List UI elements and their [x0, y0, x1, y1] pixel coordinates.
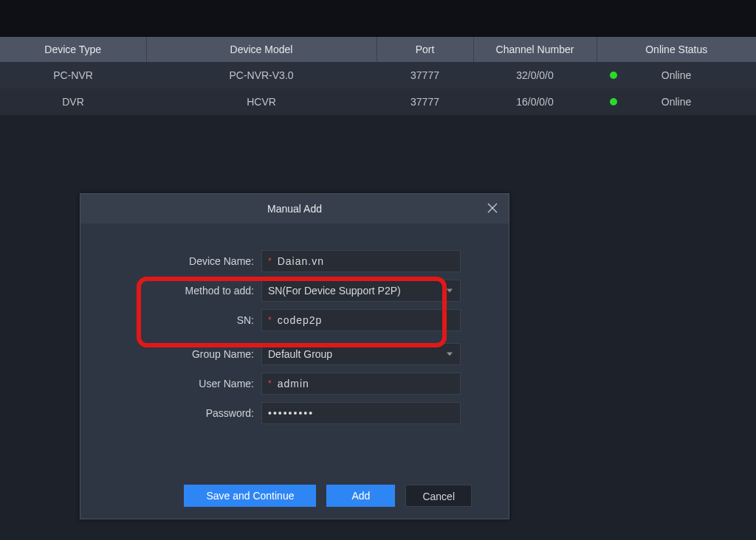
label-sn: SN: [117, 314, 261, 326]
col-port[interactable]: Port [377, 37, 473, 62]
cancel-button[interactable]: Cancel [405, 485, 472, 507]
group-name-select[interactable]: Default Group [261, 343, 461, 365]
label-user-name: User Name: [117, 378, 261, 390]
cell-port: 37777 [377, 89, 473, 115]
user-name-text[interactable] [276, 377, 460, 390]
status-text: Online [662, 69, 691, 81]
col-channel-number[interactable]: Channel Number [473, 37, 597, 62]
cell-port: 37777 [377, 62, 473, 89]
top-bar [0, 0, 756, 37]
row-device-name: Device Name: * [117, 250, 472, 272]
cell-device-type: DVR [0, 89, 146, 115]
password-text[interactable]: ••••••••• [268, 407, 314, 419]
cell-device-model: HCVR [146, 89, 377, 115]
col-device-type[interactable]: Device Type [0, 37, 146, 62]
label-device-name: Device Name: [117, 255, 261, 267]
label-method-to-add: Method to add: [117, 285, 261, 297]
row-user-name: User Name: * [117, 373, 472, 395]
status-text: Online [662, 96, 691, 108]
required-asterisk-icon: * [268, 315, 272, 325]
dialog-title: Manual Add [267, 203, 322, 215]
sn-text[interactable] [276, 314, 460, 327]
label-password: Password: [117, 407, 261, 419]
method-to-add-select[interactable]: SN(For Device Support P2P) [261, 280, 461, 302]
save-and-continue-button[interactable]: Save and Continue [184, 485, 316, 507]
col-online-status[interactable]: Online Status [597, 37, 756, 62]
cell-channel-number: 16/0/0/0 [473, 89, 597, 115]
table-row[interactable]: DVR HCVR 37777 16/0/0/0 Online [0, 89, 756, 115]
device-name-input[interactable]: * [261, 250, 461, 272]
row-password: Password: ••••••••• [117, 402, 472, 424]
status-dot-icon [610, 98, 617, 105]
cell-channel-number: 32/0/0/0 [473, 62, 597, 89]
cell-device-type: PC-NVR [0, 62, 146, 89]
status-dot-icon [610, 72, 617, 79]
method-to-add-value: SN(For Device Support P2P) [268, 285, 401, 297]
chevron-down-icon [447, 289, 453, 293]
label-group-name: Group Name: [117, 348, 261, 360]
col-device-model[interactable]: Device Model [146, 37, 377, 62]
cell-device-model: PC-NVR-V3.0 [146, 62, 377, 89]
row-sn: SN: * [117, 309, 472, 331]
sn-input[interactable]: * [261, 309, 461, 331]
manual-add-dialog: Manual Add Device Name: * Method to add:… [80, 193, 509, 519]
add-button[interactable]: Add [326, 485, 395, 507]
device-table: Device Type Device Model Port Channel Nu… [0, 37, 756, 115]
required-asterisk-icon: * [268, 378, 272, 389]
group-name-value: Default Group [268, 348, 332, 360]
dialog-header: Manual Add [80, 194, 509, 224]
row-method-to-add: Method to add: SN(For Device Support P2P… [117, 280, 472, 302]
table-row[interactable]: PC-NVR PC-NVR-V3.0 37777 32/0/0/0 Online [0, 62, 756, 89]
close-icon[interactable] [487, 202, 498, 214]
required-asterisk-icon: * [268, 256, 272, 266]
row-group-name: Group Name: Default Group [117, 343, 472, 365]
dialog-footer: Save and Continue Add Cancel [80, 474, 509, 519]
cell-online-status: Online [597, 62, 756, 89]
device-name-text[interactable] [276, 255, 460, 268]
cell-online-status: Online [597, 89, 756, 115]
user-name-input[interactable]: * [261, 373, 461, 395]
dialog-body: Device Name: * Method to add: SN(For Dev… [80, 224, 509, 474]
table-header-row: Device Type Device Model Port Channel Nu… [0, 37, 756, 62]
chevron-down-icon [447, 353, 453, 356]
password-input[interactable]: ••••••••• [261, 402, 461, 424]
